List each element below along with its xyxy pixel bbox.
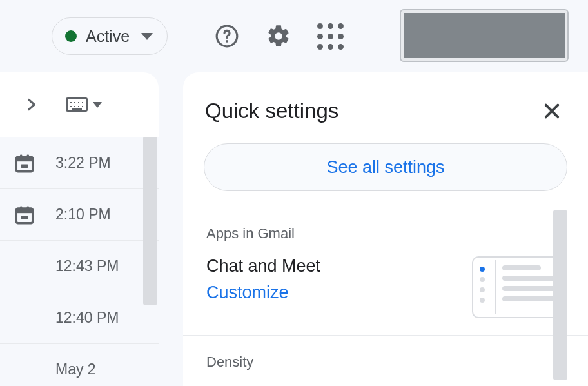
mail-row[interactable]: 12:40 PM — [0, 292, 159, 343]
google-apps-button[interactable] — [313, 19, 347, 53]
chevron-down-icon — [141, 33, 153, 40]
app-header: Active — [0, 0, 588, 72]
svg-rect-3 — [16, 157, 33, 161]
mail-row[interactable]: 2:10 PM — [0, 188, 159, 240]
apps-grid-icon — [317, 23, 344, 50]
svg-rect-8 — [16, 208, 33, 213]
svg-rect-5 — [27, 154, 30, 159]
preview-sidebar-icon — [480, 264, 489, 310]
apps-section-label: Apps in Gmail — [183, 207, 588, 245]
settings-gear-button[interactable] — [262, 19, 295, 53]
layout-preview-thumbnail[interactable] — [472, 256, 565, 318]
svg-point-1 — [226, 40, 228, 43]
svg-rect-10 — [27, 206, 30, 210]
mail-scrollbar[interactable] — [143, 137, 157, 305]
mail-time: 3:22 PM — [55, 154, 111, 172]
settings-scrollbar[interactable] — [553, 210, 567, 380]
account-avatar-box[interactable] — [400, 9, 569, 62]
status-chip[interactable]: Active — [52, 17, 168, 55]
chat-and-meet-row: Chat and Meet Customize — [183, 245, 588, 335]
close-icon — [542, 101, 562, 121]
calendar-icon — [13, 152, 36, 174]
mail-time: May 2 — [55, 361, 96, 378]
close-button[interactable] — [538, 97, 566, 125]
chat-and-meet-label: Chat and Meet — [206, 256, 472, 276]
density-section-label: Density — [183, 336, 588, 371]
svg-rect-9 — [20, 206, 23, 210]
help-button[interactable] — [210, 19, 244, 53]
customize-link[interactable]: Customize — [206, 283, 472, 303]
mail-time: 12:43 PM — [55, 258, 119, 275]
svg-rect-4 — [20, 154, 23, 159]
gear-icon — [266, 23, 291, 49]
calendar-icon — [13, 204, 36, 226]
status-label: Active — [86, 27, 130, 46]
quick-settings-panel: Quick settings See all settings Apps in … — [183, 72, 588, 386]
mail-list: 3:22 PM 2:10 PM 12:43 PM 12:40 PM May 2 — [0, 137, 159, 386]
see-all-settings-label: See all settings — [326, 157, 444, 178]
input-tools-button[interactable] — [66, 97, 102, 112]
mail-time: 12:40 PM — [55, 309, 119, 327]
svg-rect-11 — [21, 216, 28, 219]
help-icon — [215, 24, 239, 48]
svg-rect-6 — [21, 164, 28, 168]
quick-settings-title: Quick settings — [205, 99, 338, 123]
mail-list-column: 3:22 PM 2:10 PM 12:43 PM 12:40 PM May 2 — [0, 72, 159, 386]
mail-row[interactable]: 12:43 PM — [0, 240, 159, 292]
avatar-placeholder — [404, 13, 565, 58]
mail-time: 2:10 PM — [55, 206, 111, 223]
mail-row[interactable]: May 2 — [0, 343, 159, 386]
preview-lines-icon — [502, 264, 557, 310]
mail-row[interactable]: 3:22 PM — [0, 137, 159, 188]
status-dot-icon — [65, 30, 77, 42]
keyboard-icon — [66, 97, 88, 112]
mail-list-header — [0, 72, 159, 137]
chevron-down-icon — [93, 102, 102, 108]
expand-button[interactable] — [23, 96, 40, 113]
see-all-settings-button[interactable]: See all settings — [204, 143, 567, 191]
